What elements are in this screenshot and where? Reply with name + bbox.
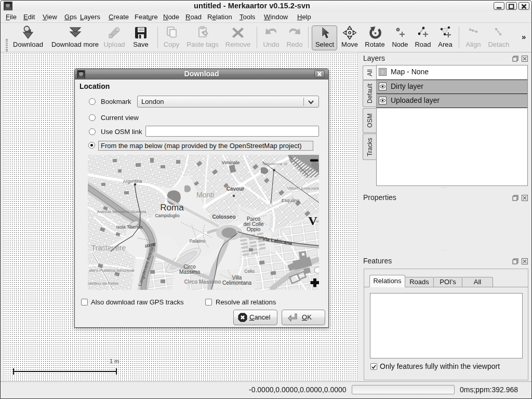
svg-text:Palatino: Palatino: [190, 238, 206, 244]
svg-text:Termini - La: Termini - La: [299, 168, 319, 172]
svg-text:Esquilino: Esquilino: [282, 198, 300, 203]
svg-text:Viminale: Viminale: [222, 160, 240, 165]
svg-text:Celio: Celio: [244, 269, 255, 274]
svg-text:Celimontana: Celimontana: [222, 280, 252, 286]
svg-text:Vittorio Emanuele: Vittorio Emanuele: [287, 186, 320, 191]
svg-text:Colosseo: Colosseo: [212, 214, 235, 220]
svg-text:Circo Massimo: Circo Massimo: [184, 279, 221, 285]
svg-text:Campidoglio: Campidoglio: [155, 213, 180, 218]
svg-text:Cavour: Cavour: [227, 186, 245, 192]
svg-text:Oppio: Oppio: [247, 227, 261, 232]
svg-text:Arenula Ministero Giustizia: Arenula Ministero Giustizia: [97, 209, 147, 214]
svg-text:Trastevere: Trastevere: [91, 244, 126, 252]
svg-text:Roma: Roma: [160, 203, 184, 212]
svg-text:Massimo: Massimo: [179, 269, 200, 275]
svg-text:hardino da Feltre: hardino da Feltre: [88, 281, 119, 286]
svg-text:Napoleone III: Napoleone III: [262, 162, 287, 166]
svg-text:stero Pubblica Istruzione: stero Pubblica Istruzione: [89, 268, 135, 273]
svg-text:Argentina: Argentina: [123, 179, 142, 184]
svg-text:Mz: Mz: [316, 219, 319, 224]
svg-text:Monti: Monti: [196, 191, 214, 199]
svg-text:Isola Tiberina: Isola Tiberina: [116, 224, 143, 230]
